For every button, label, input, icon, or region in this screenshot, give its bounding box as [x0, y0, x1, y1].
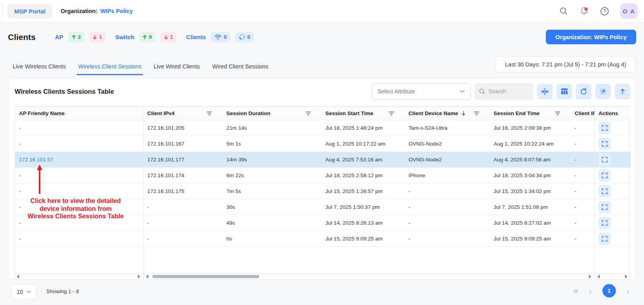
col-header-actions: Actions — [595, 107, 631, 120]
tab-wireless-client-sessions[interactable]: Wireless Client Sessions — [78, 59, 142, 74]
msp-portal-button[interactable]: MSP Portal — [8, 4, 52, 19]
table-row[interactable]: - 172.16.101.174 6m 22s Jul 18, 2025 2:5… — [15, 168, 631, 184]
page-size-select[interactable]: 10 — [11, 284, 36, 299]
cell-session-start-time: Aug 4, 2025 7:53:16 am — [321, 152, 405, 168]
cell-client-device-name: - — [405, 184, 490, 199]
filter-icon[interactable] — [306, 111, 311, 116]
chevron-down-icon — [27, 290, 31, 293]
cell-ap-friendly-name: - — [15, 120, 143, 136]
sidebar-edge — [0, 2, 3, 18]
columns-settings-button[interactable] — [557, 84, 572, 99]
filter-icon[interactable] — [474, 111, 479, 116]
expand-session-button[interactable] — [598, 122, 611, 134]
cell-session-end-time: Aug 1, 2025 10:22:24 am — [490, 136, 571, 152]
fullscreen-icon — [601, 204, 608, 210]
filter-icon[interactable] — [555, 111, 560, 116]
cell-ap-friendly-name: - — [15, 231, 143, 247]
ap-down-badge: 1 — [89, 32, 106, 42]
table-row-highlighted[interactable]: 172.16.101.57 172.16.101.177 14m 39s Aug… — [15, 152, 631, 168]
wireless-clients-badge: 0 — [211, 32, 230, 42]
filter-icon[interactable] — [389, 111, 394, 116]
cell-client-ipv6: - — [571, 231, 595, 247]
footer-divider — [41, 283, 42, 300]
table-row[interactable]: - - 0s Jul 15, 2025 9:09:25 am - Jul 15,… — [15, 231, 631, 247]
select-attribute-dropdown[interactable]: Select Attribute — [372, 83, 471, 100]
expand-session-button[interactable] — [598, 185, 611, 197]
organization-button[interactable]: Organization: WIPs Policy — [546, 30, 636, 44]
cell-client-device-name: - — [405, 199, 490, 215]
chevron-down-icon — [460, 90, 465, 93]
search-icon[interactable] — [559, 7, 568, 15]
pinned-left-column-divider — [143, 106, 144, 273]
scroll-left-arrow[interactable] — [17, 275, 19, 278]
open-external-button[interactable] — [595, 84, 611, 99]
table-row[interactable]: - 172.16.101.167 5m 1s Aug 1, 2025 10:17… — [15, 136, 631, 152]
cell-session-end-time: Aug 4, 2025 8:07:56 am — [490, 152, 571, 168]
search-input[interactable] — [488, 88, 528, 95]
sessions-table: AP Friendly Name Client IPv4 Session Dur… — [15, 106, 630, 279]
expand-session-button[interactable] — [598, 153, 611, 166]
table-row[interactable]: - 172.16.101.205 21m 14s Jul 18, 2025 1:… — [15, 120, 631, 136]
scroll-left-arrow[interactable] — [597, 275, 600, 278]
expand-session-button[interactable] — [598, 201, 611, 213]
cell-client-device-name: OVNG-Node2 — [405, 136, 490, 152]
export-upload-button[interactable] — [615, 84, 630, 99]
expand-session-button[interactable] — [598, 233, 611, 245]
prev-page-icon[interactable]: ‹ — [589, 287, 592, 295]
organization-name-link[interactable]: WIPs Policy — [100, 8, 133, 14]
avatar[interactable]: O A — [620, 3, 638, 19]
ap-stats-label: AP — [55, 34, 63, 40]
ap-friendly-name-link[interactable]: 172.16.101.57 — [19, 157, 53, 163]
switch-stats-label: Switch — [115, 34, 134, 40]
expand-session-button[interactable] — [598, 138, 611, 150]
cell-session-start-time: Jul 7, 2025 1:50:37 pm — [321, 199, 405, 215]
fullscreen-icon — [601, 220, 608, 226]
cell-client-device-name: Tam-s-S24-Ultra — [405, 120, 490, 136]
expand-session-button[interactable] — [598, 217, 611, 229]
notifications-bell-icon[interactable] — [579, 6, 589, 16]
help-icon[interactable]: ? — [600, 7, 609, 15]
filter-icon[interactable] — [207, 111, 212, 116]
tab-live-wireless-clients[interactable]: Live Wireless Clients — [12, 59, 67, 74]
col-header-ap-friendly-name: AP Friendly Name — [15, 107, 143, 120]
table-title: Wireless Clients Sessions Table — [15, 88, 114, 95]
tab-wired-client-sessions[interactable]: Wired Client Sessions — [211, 59, 269, 74]
fit-columns-button[interactable] — [537, 84, 553, 99]
sort-descending-icon[interactable] — [461, 111, 466, 116]
fullscreen-icon — [601, 172, 608, 179]
clients-page: MSP Portal Organization: WIPs Policy ? O… — [0, 0, 644, 305]
date-range-picker[interactable]: Last 30 Days: 7:21 pm (Jul 5) - 7:21 pm … — [496, 56, 636, 72]
annotation-text: Click here to view the detailed device i… — [10, 197, 141, 220]
cell-session-start-time: Jul 15, 2025 9:09:25 am — [321, 231, 405, 247]
fullscreen-icon — [601, 140, 608, 147]
cell-session-duration: 30s — [222, 199, 321, 215]
scroll-right-arrow[interactable] — [625, 275, 627, 278]
next-page-icon[interactable]: › — [627, 287, 629, 295]
cell-session-duration: 49s — [222, 215, 321, 231]
first-page-icon[interactable]: « — [573, 286, 578, 296]
top-bar: MSP Portal Organization: WIPs Policy ? O… — [0, 0, 644, 23]
cell-session-end-time: Jul 7, 2025 1:51:08 pm — [490, 199, 571, 215]
cell-client-ipv6: - — [571, 152, 595, 168]
scroll-right-arrow[interactable] — [589, 275, 591, 278]
horizontal-scrollbar[interactable] — [15, 273, 630, 279]
col-header-session-start-time: Session Start Time — [321, 107, 405, 120]
scroll-left-arrow[interactable] — [146, 275, 148, 278]
scrollbar-thumb[interactable] — [152, 275, 259, 278]
cell-client-device-name: - — [405, 215, 490, 231]
scroll-right-arrow[interactable] — [138, 275, 140, 278]
cell-client-ipv4: - — [143, 199, 222, 215]
expand-session-button[interactable] — [598, 169, 611, 182]
col-header-client-ipv6: Client IPv6 — [571, 107, 595, 120]
refresh-button[interactable] — [576, 84, 591, 99]
cell-client-ipv4: - — [143, 215, 222, 231]
sessions-card: Wireless Clients Sessions Table Select A… — [8, 78, 636, 280]
clients-stats-label: Clients — [186, 34, 206, 40]
current-page-button[interactable]: 1 — [602, 284, 616, 297]
col-header-client-ipv4: Client IPv4 — [143, 107, 222, 120]
cell-client-ipv4: 172.16.101.177 — [143, 152, 222, 168]
arrow-up-icon — [142, 35, 147, 40]
tab-live-wired-clients[interactable]: Live Wired Clients — [153, 59, 201, 74]
pinned-right-column-divider — [595, 106, 595, 273]
cell-client-ipv6: - — [571, 120, 595, 136]
